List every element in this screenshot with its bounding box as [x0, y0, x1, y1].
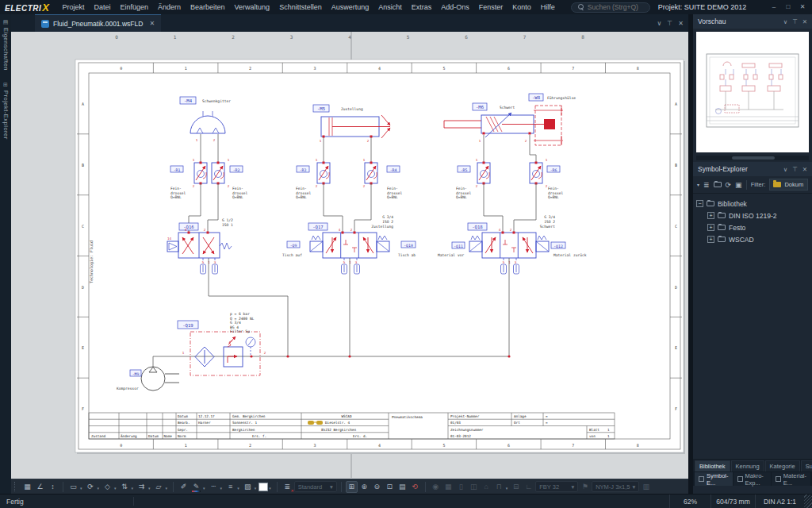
align-dropdown-icon[interactable]: ▾ [132, 486, 134, 491]
tree-item-festo[interactable]: + Festo [696, 221, 809, 233]
pane-pin-icon[interactable]: ⊤ [667, 20, 672, 27]
wire-path-icon[interactable]: ⊓ [493, 481, 505, 493]
menu-projekt[interactable]: Projekt [57, 3, 89, 11]
layer-select[interactable]: Standard▾ [294, 481, 337, 492]
measure-tool-icon[interactable]: ↕ [47, 481, 59, 493]
rotate-tool-icon[interactable]: ⟳ [85, 481, 97, 493]
zoom-in-icon[interactable]: ⊕ [358, 481, 370, 493]
line-style-dropdown-icon[interactable]: ▾ [220, 486, 223, 491]
align-tool-icon[interactable]: ⇅ [119, 481, 131, 493]
wire-angle-icon[interactable]: ∟ [523, 481, 534, 493]
copy-icon[interactable]: ▣ [735, 181, 742, 189]
menu-datei[interactable]: Datei [89, 3, 115, 11]
line-style-icon[interactable]: ┄ [208, 481, 220, 493]
layers-icon[interactable]: ≣✕ [282, 481, 293, 493]
preview-thumbnail[interactable] [696, 32, 809, 152]
panel-tab-symbol-explorer[interactable]: Symbol-E... [695, 472, 733, 486]
tree-item-wscad[interactable]: + WSCAD [696, 233, 809, 245]
snap-grid-toggle[interactable]: ⊞ [346, 481, 358, 493]
global-search[interactable] [571, 2, 650, 13]
tree-item-bibliothek[interactable]: − Bibliothek [696, 198, 809, 210]
sidebar-item-projekt-explorer[interactable]: ⊞ Projekt-Explorer [2, 82, 10, 140]
menu-extras[interactable]: Extras [407, 3, 437, 11]
mirror-dropdown-icon[interactable]: ▾ [114, 486, 117, 491]
page-split-icon[interactable]: ◫ [468, 481, 480, 493]
zoom-out-icon[interactable]: ⊖ [371, 481, 383, 493]
filter-lines-icon[interactable]: ≣ [703, 181, 710, 189]
drawing-canvas[interactable]: 0 1 2 3 4 5 6 7 8 0 1 2 3 4 5 6 7 8 0 1 [11, 32, 688, 479]
color-swatch[interactable] [259, 483, 268, 491]
rotate-dropdown-icon[interactable]: ▾ [98, 486, 100, 491]
expand-icon[interactable]: + [707, 224, 714, 231]
tab-kennung[interactable]: Kennung [731, 460, 764, 471]
menu-hilfe[interactable]: Hilfe [536, 3, 560, 11]
vorschau-menu-icon[interactable]: ∨ [783, 18, 788, 25]
fluid-schematic-svg[interactable]: 0 1 2 3 4 5 6 7 8 0 1 2 3 4 5 6 7 8 0 1 [11, 32, 688, 479]
flag-tool-icon[interactable]: ⚑ [579, 481, 591, 493]
scroll-thumb[interactable] [732, 156, 775, 160]
tree-item-din-iso[interactable]: + DIN ISO 1219-2 [696, 210, 809, 221]
vorschau-close-icon[interactable]: ✕ [802, 18, 807, 25]
search-input[interactable] [588, 3, 651, 11]
menu-aendern[interactable]: Ändern [153, 3, 186, 11]
distribute-dropdown-icon[interactable]: ▾ [148, 486, 151, 491]
fill-dropdown-icon[interactable]: ▾ [255, 486, 257, 491]
resize-grip-icon[interactable] [804, 495, 812, 508]
tab-fluid-pneumatik[interactable]: Fluid_Pneumatik.0001.wsFLD ✕ [35, 14, 161, 32]
cabinet-tool-icon[interactable]: ▦ [442, 481, 454, 493]
menu-ansicht[interactable]: Ansicht [373, 3, 407, 11]
menu-bearbeiten[interactable]: Bearbeiten [186, 3, 230, 11]
minimize-icon[interactable]: – [768, 2, 780, 13]
maximize-icon[interactable]: □ [782, 2, 795, 13]
sidebar-item-eigenschaften[interactable]: ▤ Eigenschaften [2, 19, 10, 71]
page-portrait-icon[interactable]: ▯ [455, 481, 467, 493]
grid-tool-icon[interactable]: ▦ [21, 481, 33, 493]
close-icon[interactable]: ✕ [796, 2, 809, 13]
fill-tool-icon[interactable]: ▨ [242, 481, 254, 493]
pipette-tool-icon[interactable]: ✐ [178, 481, 190, 493]
pen-color-icon[interactable]: ✎ [190, 481, 202, 493]
panel-tab-material-explorer[interactable]: Material-E... [772, 472, 810, 486]
zoom-window-icon[interactable]: ⊡ [384, 481, 396, 493]
select-dropdown-icon[interactable]: ▾ [80, 486, 82, 491]
angle-tool-icon[interactable]: ∠ [34, 481, 46, 493]
vorschau-header[interactable]: Vorschau ∨ ⊤ ✕ [693, 14, 812, 29]
tab-close-icon[interactable]: ✕ [149, 20, 155, 27]
wire-type-select[interactable]: NYM-J 3x1,5▾ [592, 481, 639, 492]
symbol-explorer-header[interactable]: Symbol-Explorer ∨ ⊤ ✕ [693, 162, 812, 176]
explorer-menu-icon[interactable]: ∨ [783, 166, 788, 173]
toolbar-grip[interactable] [14, 482, 18, 491]
report-tool-icon[interactable]: ▥ [640, 481, 652, 493]
menu-einfuegen[interactable]: Einfügen [115, 3, 153, 11]
explorer-pin-icon[interactable]: ⊤ [792, 166, 798, 173]
roof-tool-icon[interactable]: ⌂ [481, 481, 492, 493]
group-dropdown-icon[interactable]: ▾ [166, 486, 168, 491]
select-tool-icon[interactable]: ▭ [67, 481, 79, 493]
mirror-tool-icon[interactable]: ◇ [102, 481, 113, 493]
tab-kategorie[interactable]: Kategorie [765, 460, 800, 471]
pen-dropdown-icon[interactable]: ▾ [203, 486, 205, 491]
pane-close-icon[interactable]: ✕ [678, 20, 684, 27]
line-width-dropdown-icon[interactable]: ▾ [237, 486, 239, 491]
menu-schnittstellen[interactable]: Schnittstellen [274, 3, 327, 11]
distribute-tool-icon[interactable]: ⇉ [136, 481, 147, 493]
color-dropdown-icon[interactable]: ▾ [269, 486, 271, 491]
tab-bibliothek[interactable]: Bibliothek [695, 460, 730, 471]
expand-icon[interactable]: + [707, 212, 714, 219]
filter-select[interactable]: Dokum [769, 179, 808, 190]
menu-fenster[interactable]: Fenster [474, 3, 508, 11]
potential-tool-icon[interactable]: ◉ [430, 481, 442, 493]
explorer-close-icon[interactable]: ✕ [802, 166, 807, 173]
zoom-page-icon[interactable]: ▤ [396, 481, 408, 493]
expand-icon[interactable]: + [707, 236, 714, 243]
line-width-icon[interactable]: ≡ [224, 481, 236, 493]
menu-addons[interactable]: Add-Ons [436, 3, 474, 11]
new-folder-icon[interactable] [714, 182, 722, 187]
sheet-format[interactable]: DIN A2 1:1 [755, 495, 804, 508]
redraw-icon[interactable]: ⟲ [409, 481, 421, 493]
menu-konto[interactable]: Konto [508, 3, 536, 11]
zoom-level[interactable]: 62% [669, 495, 710, 508]
tab-suchen[interactable]: Suchen [801, 460, 812, 471]
refresh-icon[interactable]: ⟳ [726, 181, 732, 189]
explorer-dropdown-icon[interactable]: ▾ [697, 182, 699, 187]
